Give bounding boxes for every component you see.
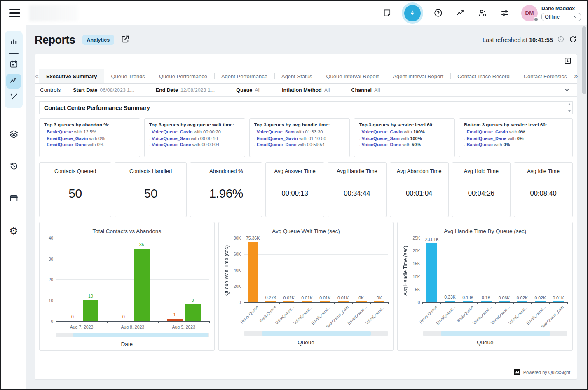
sidebar-item-schedule[interactable] — [6, 57, 21, 72]
queue-link[interactable]: VoiceQueue_Dane — [362, 142, 401, 147]
scroll-up-icon[interactable] — [568, 103, 571, 105]
chart-avg-queue-wait-time-sec: Avg Queue Wait Time (sec)Queue Wait Time… — [218, 222, 394, 351]
tab-agent-status[interactable]: Agent Status — [274, 69, 319, 83]
chart-hscrollbar[interactable] — [423, 331, 567, 336]
tab-contact-forensics[interactable]: Contact Forensics — [517, 69, 574, 83]
chart-hscrollbar[interactable] — [244, 331, 389, 336]
preferences-sliders-icon[interactable] — [500, 8, 510, 18]
page-scrollbar[interactable] — [581, 25, 587, 389]
calendar-icon — [9, 59, 19, 70]
avatar[interactable]: DM — [521, 5, 538, 21]
summary-item: . VoiceQueue_Gavin with 00:00:20 — [149, 129, 240, 134]
y-tick-label: 20K — [413, 249, 420, 253]
sidebar-item-dashboards[interactable] — [6, 35, 21, 50]
queue-link[interactable]: BasicQueue — [466, 142, 493, 147]
queue-link[interactable]: VoiceQueue_Dane — [152, 142, 191, 147]
sidebar-item-history[interactable] — [6, 159, 21, 174]
queue-link[interactable]: EmailQueue_Gavin — [47, 136, 88, 141]
filter-intiation-method[interactable]: Intiation MethodAll — [282, 87, 330, 93]
summary-card-heading: Top 3 queues by avg queue wait time: — [149, 122, 240, 127]
bar-basicqueue — [463, 301, 473, 302]
filter-label: Channel — [351, 87, 372, 93]
y-tick-label: 20K — [234, 284, 241, 289]
tab-queue-interval-report[interactable]: Queue Interval Report — [319, 69, 386, 83]
chart-hscrollbar-thumb[interactable] — [441, 331, 550, 336]
x-tick-label: VoiceQueue... — [490, 305, 510, 325]
controls-expand-icon[interactable] — [564, 86, 570, 95]
x-axis-labels: Henry QueueEmailQueue...BasicQueueVoiceQ… — [423, 303, 567, 330]
tabs-scroll-left-icon[interactable]: « — [35, 69, 39, 83]
hamburger-icon[interactable] — [9, 9, 20, 17]
x-tick-label: Aug 8, 2023 — [107, 325, 158, 329]
tab-queue-performance[interactable]: Queue Performance — [152, 69, 214, 83]
queue-link[interactable]: VoiceQueue_Sam — [362, 136, 400, 141]
tabs-scroll-right-icon[interactable]: » — [574, 69, 578, 83]
page-scrollbar-thumb[interactable] — [582, 26, 586, 94]
chart-hscrollbar-thumb[interactable] — [73, 333, 208, 337]
summary-scrollbar[interactable] — [567, 103, 572, 113]
y-tick-label: 25K — [413, 236, 420, 241]
external-link-icon[interactable] — [121, 35, 130, 45]
queue-link[interactable]: EmailQueue_Dane — [466, 136, 506, 141]
controls-label: Controls — [40, 87, 61, 93]
scroll-down-icon[interactable] — [568, 110, 571, 112]
info-icon[interactable] — [557, 35, 565, 44]
contacts-icon[interactable] — [478, 8, 487, 18]
queue-link[interactable]: EmailQueue_Dane — [257, 142, 297, 147]
queue-link[interactable]: EmailQueue_Gavin — [257, 136, 298, 141]
filter-end-date[interactable]: End Date12/08/2023 1... — [156, 87, 215, 93]
kpi-value: 00:04:26 — [468, 189, 494, 197]
queue-link[interactable]: EmailQueue_Gavin — [466, 129, 508, 134]
kpi-row: Contacts Queued50Contacts Handled50Aband… — [39, 162, 573, 217]
window-icon — [9, 194, 19, 205]
sidebar-item-workspace[interactable] — [6, 191, 21, 206]
summary-title-bar: Contact Centre Performance Summary — [39, 101, 573, 114]
powered-by-text: Powered by QuickSight — [523, 370, 570, 375]
queue-link[interactable]: VoiceQueue_Sam — [257, 129, 295, 134]
queue-link[interactable]: BasicQueue — [47, 129, 73, 134]
tab-executive-summary[interactable]: Executive Summary — [39, 69, 104, 83]
tab-agent-performance[interactable]: Agent Performance — [214, 69, 274, 83]
summary-item: . VoiceQueue_Sam with 01:33:30 — [254, 129, 345, 134]
filter-channel[interactable]: ChannelAll — [351, 87, 380, 93]
refresh-icon[interactable] — [569, 35, 577, 45]
controls-row: Controls Start Date06/08/2023 1...End Da… — [35, 84, 577, 97]
sidebar-item-customize[interactable] — [6, 90, 21, 105]
tab-queue-trends[interactable]: Queue Trends — [104, 69, 152, 83]
filter-label: Intiation Method — [282, 87, 322, 93]
y-tick-label: 0 — [418, 300, 420, 305]
summary-item: . VoiceQueue_Dane with 50% — [359, 142, 450, 147]
queue-link[interactable]: VoiceQueue_Gavin — [362, 129, 403, 134]
summary-card: Top 3 queues by service level 60:. Voice… — [354, 118, 455, 157]
boost-bolt-icon[interactable] — [404, 5, 421, 21]
bar-value-label: 1 — [173, 312, 176, 317]
bar-value-label: 0.02K — [283, 295, 295, 300]
queue-link[interactable]: VoiceQueue_Gavin — [152, 129, 192, 134]
download-icon[interactable] — [564, 57, 572, 67]
queue-link[interactable]: VoiceQueue_Sam — [152, 136, 190, 141]
analytics-badge[interactable]: Analytics — [82, 35, 115, 45]
design-brush-icon — [9, 92, 19, 103]
summary-card-heading: Bottom 3 queues by service level 60: — [464, 122, 568, 127]
summary-cards: Top 3 queues by abandon %:. BasicQueue w… — [39, 118, 573, 157]
queue-link[interactable]: EmailQueue_Dane — [47, 142, 87, 147]
filter-queue[interactable]: QueueAll — [236, 87, 260, 93]
chart-hscrollbar[interactable] — [56, 333, 209, 337]
tab-contact-trace-record[interactable]: Contact Trace Record — [450, 69, 516, 83]
help-icon[interactable] — [433, 8, 443, 18]
sidebar-item-layers[interactable] — [6, 127, 21, 142]
tab-agent-interval-report[interactable]: Agent Interval Report — [386, 69, 450, 83]
powered-by-link[interactable]: Powered by QuickSight — [39, 369, 570, 375]
filter-start-date[interactable]: Start Date06/08/2023 1... — [73, 87, 134, 93]
chart-hscrollbar-thumb[interactable] — [262, 331, 371, 336]
x-axis-labels: Aug 7, 2023Aug 8, 2023Aug 9, 2023 — [56, 322, 209, 332]
bar-value-label: 35 — [139, 242, 144, 247]
layers-icon — [9, 129, 19, 140]
status-select[interactable]: Offline — [541, 13, 581, 21]
sidebar: ⚙ — [1, 25, 26, 389]
sidebar-item-reports[interactable] — [6, 74, 21, 89]
note-icon[interactable] — [382, 8, 392, 18]
sidebar-item-settings[interactable]: ⚙ — [6, 224, 21, 238]
insights-icon[interactable] — [455, 8, 465, 18]
bar-chart-icon — [9, 37, 19, 48]
